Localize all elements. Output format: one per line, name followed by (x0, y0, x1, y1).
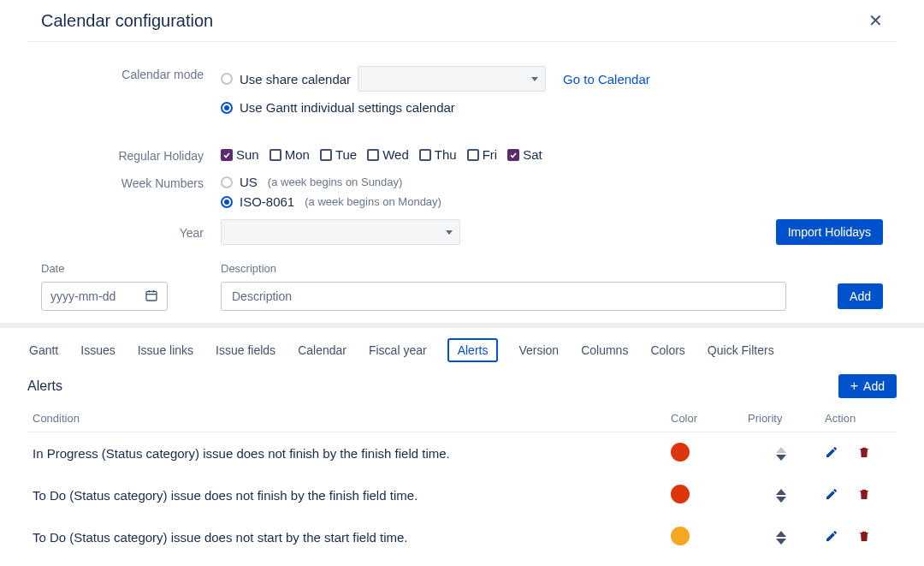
tab-quick-filters[interactable]: Quick Filters (706, 340, 776, 360)
color-dot[interactable] (671, 443, 690, 462)
action-cell (820, 516, 897, 558)
alerts-section-title: Alerts (27, 378, 62, 394)
radio-iso-label: ISO-8061 (240, 194, 294, 209)
tab-issue-links[interactable]: Issue links (136, 340, 195, 360)
checkbox-wed[interactable] (367, 149, 379, 161)
col-color: Color (666, 403, 743, 432)
checkbox-label-wed: Wed (382, 147, 409, 162)
checkbox-label-thu: Thu (435, 147, 457, 162)
priority-up-icon[interactable] (776, 531, 786, 537)
hint-iso: (a week begins on Monday) (305, 195, 441, 208)
table-row: To Do (Status category) issue does not s… (27, 516, 897, 558)
edit-icon[interactable] (825, 487, 838, 503)
checkbox-label-sun: Sun (236, 147, 259, 162)
chevron-down-icon (531, 77, 538, 81)
radio-share-label: Use share calendar (240, 72, 351, 86)
col-condition: Condition (27, 403, 666, 432)
action-cell (820, 432, 897, 475)
delete-icon[interactable] (857, 487, 871, 503)
table-row: To Do (Status category) issue does not s… (27, 558, 897, 566)
color-cell (666, 516, 743, 558)
table-row: In Progress (Status category) issue does… (27, 432, 897, 475)
radio-us-week[interactable] (221, 176, 233, 188)
calendar-mode-label: Calendar mode (41, 66, 221, 81)
calendar-icon[interactable] (145, 289, 158, 305)
radio-share-calendar[interactable] (221, 73, 233, 85)
tab-gantt[interactable]: Gantt (27, 340, 60, 360)
priority-down-icon[interactable] (776, 539, 786, 545)
modal-title: Calendar configuration (41, 11, 213, 31)
condition-cell: In Progress (Status category) issue does… (27, 432, 666, 475)
chevron-down-icon (446, 230, 453, 235)
close-icon[interactable]: ✕ (868, 10, 883, 31)
col-priority: Priority (743, 403, 820, 432)
condition-cell: To Do (Status category) issue does not s… (27, 516, 666, 558)
tab-issues[interactable]: Issues (79, 340, 116, 360)
year-select[interactable] (221, 219, 460, 245)
add-holiday-button[interactable]: Add (838, 283, 883, 309)
svg-rect-0 (146, 291, 157, 301)
checkbox-label-mon: Mon (285, 147, 310, 162)
share-calendar-select[interactable] (358, 66, 546, 92)
edit-icon[interactable] (825, 529, 838, 545)
priority-cell (743, 432, 820, 475)
radio-iso-week[interactable] (221, 196, 233, 208)
checkbox-sat[interactable] (507, 149, 519, 161)
description-input[interactable]: Description (221, 282, 786, 311)
color-dot[interactable] (671, 527, 690, 545)
checkbox-mon[interactable] (270, 149, 281, 161)
condition-cell: To Do (Status category) issue does not f… (27, 474, 666, 516)
tab-alerts[interactable]: Alerts (447, 338, 499, 362)
color-cell (666, 558, 743, 566)
priority-up-icon[interactable] (776, 489, 786, 495)
alerts-table: Condition Color Priority Action In Progr… (27, 403, 897, 566)
col-action: Action (820, 403, 897, 432)
tab-calendar[interactable]: Calendar (296, 340, 348, 360)
date-placeholder: yyyy-mm-dd (50, 289, 116, 303)
radio-gantt-label: Use Gantt individual settings calendar (240, 100, 455, 115)
delete-icon[interactable] (857, 529, 871, 545)
radio-us-label: US (240, 175, 258, 189)
add-alert-label: Add (863, 379, 885, 393)
tab-issue-fields[interactable]: Issue fields (214, 340, 277, 360)
checkbox-sun[interactable] (221, 149, 233, 161)
color-cell (666, 474, 743, 516)
priority-down-icon[interactable] (776, 455, 786, 461)
import-holidays-button[interactable]: Import Holidays (776, 219, 883, 245)
hint-us: (a week begins on Sunday) (268, 176, 403, 188)
action-cell (820, 558, 897, 566)
checkbox-thu[interactable] (419, 149, 431, 161)
checkbox-label-sat: Sat (523, 147, 542, 162)
action-cell (820, 474, 897, 516)
radio-gantt-individual[interactable] (221, 102, 233, 114)
checkbox-tue[interactable] (320, 149, 332, 161)
checkbox-fri[interactable] (467, 149, 479, 161)
year-label: Year (41, 224, 221, 240)
condition-cell: To Do (Status category) issue does not s… (27, 558, 666, 566)
priority-down-icon[interactable] (776, 497, 786, 503)
description-placeholder: Description (232, 289, 292, 303)
checkbox-label-tue: Tue (335, 147, 357, 162)
priority-up-icon[interactable] (776, 447, 786, 453)
color-cell (666, 432, 743, 475)
color-dot[interactable] (671, 485, 690, 503)
priority-cell (743, 558, 820, 566)
priority-cell (743, 474, 820, 516)
date-column-header: Date (41, 262, 221, 275)
date-input[interactable]: yyyy-mm-dd (41, 282, 168, 311)
description-column-header: Description (221, 262, 276, 275)
add-alert-button[interactable]: + Add (838, 374, 897, 398)
checkbox-label-fri: Fri (483, 147, 498, 162)
priority-cell (743, 516, 820, 558)
tab-fiscal-year[interactable]: Fiscal year (367, 340, 429, 360)
tab-version[interactable]: Version (517, 340, 560, 360)
tab-columns[interactable]: Columns (579, 340, 630, 360)
delete-icon[interactable] (857, 445, 871, 462)
table-row: To Do (Status category) issue does not f… (27, 474, 897, 516)
tab-colors[interactable]: Colors (649, 340, 686, 360)
plus-icon: + (850, 379, 858, 393)
regular-holiday-label: Regular Holiday (41, 147, 221, 163)
edit-icon[interactable] (825, 445, 838, 462)
week-numbers-label: Week Numbers (41, 175, 221, 190)
go-to-calendar-link[interactable]: Go to Calendar (563, 72, 650, 86)
